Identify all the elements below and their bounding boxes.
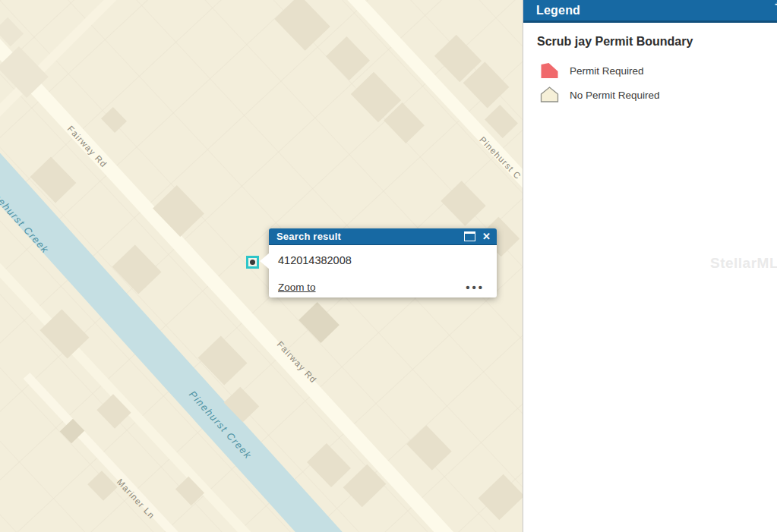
legend-item-label: No Permit Required — [570, 90, 660, 101]
popup-header: Search result ✕ — [269, 228, 497, 245]
marker-dot-icon — [250, 260, 255, 265]
legend-header-title: Legend — [536, 4, 580, 17]
legend-body: Scrub jay Permit Boundary Permit Require… — [523, 23, 777, 103]
map-viewport[interactable]: Fairway Rd Fairway Rd Mariner Ln Pinehur… — [0, 0, 523, 532]
stellar-mls-watermark: StellarMLS — [710, 255, 777, 272]
legend-section-title: Scrub jay Permit Boundary — [537, 35, 763, 49]
popup-title: Search result — [276, 231, 341, 242]
popup-tail — [260, 253, 270, 269]
legend-header: Legend » — [523, 0, 777, 23]
close-icon[interactable]: ✕ — [482, 231, 491, 241]
popup-footer: Zoom to ••• — [269, 282, 497, 293]
legend-item-label: Permit Required — [570, 65, 644, 77]
search-result-popup: Search result ✕ 412014382008 Zoom to ••• — [269, 228, 497, 297]
collapse-legend-icon[interactable]: » — [771, 0, 777, 11]
app-window: Fairway Rd Fairway Rd Mariner Ln Pinehur… — [0, 0, 777, 532]
no-permit-required-swatch-icon — [540, 87, 559, 103]
parcel-id-value: 412014382008 — [278, 254, 352, 266]
legend-panel: Legend » Scrub jay Permit Boundary Permi… — [523, 0, 777, 532]
popup-body: 412014382008 — [269, 245, 497, 267]
maximize-icon[interactable] — [464, 231, 475, 241]
more-options-icon[interactable]: ••• — [466, 282, 485, 293]
zoom-to-link[interactable]: Zoom to — [278, 282, 316, 293]
popup-header-icons: ✕ — [464, 231, 491, 241]
legend-item-no-permit-required: No Permit Required — [537, 87, 763, 103]
legend-item-permit-required: Permit Required — [537, 62, 763, 79]
permit-required-swatch-icon — [540, 62, 559, 79]
search-result-marker[interactable] — [246, 256, 259, 269]
